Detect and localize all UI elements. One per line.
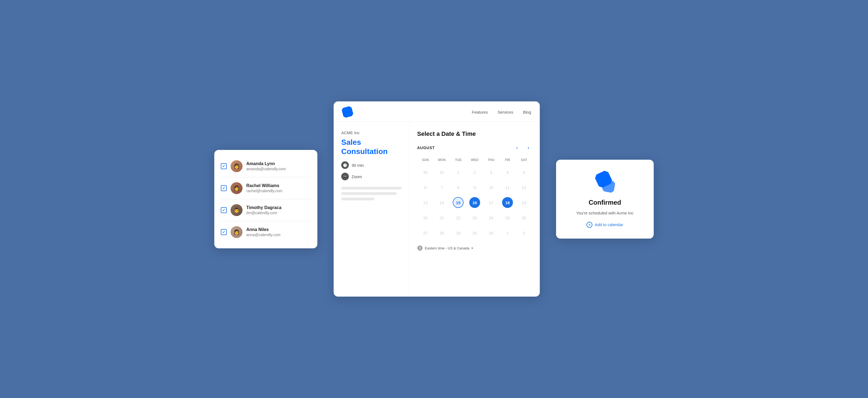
next-month-button[interactable]: › (525, 144, 532, 152)
nav-blog[interactable]: Blog (523, 110, 531, 114)
timezone-text: Eastern time - US & Canada (425, 246, 469, 250)
contact-info-anna: Anna Niles anna@calendly.com (246, 227, 311, 237)
cal-day-1-next: 1 (502, 228, 513, 238)
calendar-grid: SUN MON TUE WED THU FRI SAT 30 31 1 2 3 … (417, 157, 532, 240)
cal-day-31-prev: 31 (436, 167, 447, 177)
avatar-timothy: 👨 (230, 204, 243, 216)
cal-day-27: 27 (420, 228, 431, 238)
avatar-rachel: 👩 (230, 182, 243, 194)
logo-shape (341, 106, 354, 119)
cal-day-20: 20 (420, 212, 431, 223)
cal-day-28: 28 (436, 228, 447, 238)
day-header-wed: WED (467, 157, 483, 163)
calendar-week-3: 13 14 15 16 17 18 19 (417, 196, 532, 209)
avatar-amanda: 👩 (230, 160, 243, 172)
calendar-week-4: 20 21 22 23 24 25 26 (417, 211, 532, 225)
confirmed-panel: Confirmed You're scheduled with Acme Inc… (556, 160, 654, 239)
duration-text: 30 min (351, 163, 364, 168)
cal-day-23: 23 (469, 212, 480, 223)
day-header-sun: SUN (417, 157, 434, 163)
cal-day-26: 26 (519, 212, 529, 223)
contact-name-rachel: Rachel Williams (246, 183, 311, 188)
nav-arrows: ‹ › (513, 144, 532, 152)
timezone-row[interactable]: Eastern time - US & Canada ▾ (417, 245, 532, 251)
cal-day-2: 2 (469, 167, 480, 177)
contact-email-rachel: rachel@calendly.com (246, 189, 311, 193)
avatar-anna: 👩 (230, 226, 243, 238)
cal-day-11: 11 (502, 182, 513, 193)
booking-left: ACME Inc Sales Consultation 🕐 30 min 📷 Z… (334, 122, 410, 297)
contact-item-amanda: 👩 Amanda Lynn amanda@calendly.com (221, 155, 311, 177)
day-header-sat: SAT (516, 157, 532, 163)
contact-name-timothy: Timothy Dagraca (246, 205, 311, 210)
cal-day-1: 1 (453, 167, 464, 177)
zoom-icon: 📷 (341, 173, 349, 180)
contact-info-rachel: Rachel Williams rachel@calendly.com (246, 183, 311, 193)
checkbox-timothy[interactable] (221, 207, 227, 213)
contact-name-anna: Anna Niles (246, 227, 311, 232)
cal-day-16[interactable]: 16 (469, 197, 480, 208)
nav-services[interactable]: Services (497, 110, 513, 114)
confirmed-logo (594, 170, 616, 192)
booking-panel: Features Services Blog ACME Inc Sales Co… (334, 101, 540, 297)
event-title: Sales Consultation (341, 138, 402, 156)
nav-links: Features Services Blog (472, 110, 531, 114)
platform-text: Zoom (351, 174, 362, 179)
cal-day-18[interactable]: 18 (502, 197, 513, 208)
cal-day-6: 6 (420, 182, 431, 193)
contact-item-rachel: 👩 Rachel Williams rachel@calendly.com (221, 177, 311, 199)
contact-panel: 👩 Amanda Lynn amanda@calendly.com 👩 Rach… (214, 150, 317, 248)
day-header-tue: TUE (450, 157, 467, 163)
cal-day-24: 24 (486, 212, 497, 223)
cal-day-5: 5 (519, 167, 529, 177)
day-header-mon: MON (434, 157, 450, 163)
globe-icon (417, 245, 423, 251)
cal-day-8: 8 (453, 182, 464, 193)
day-header-fri: FRI (499, 157, 516, 163)
contact-item-timothy: 👨 Timothy Dagraca tim@calendly.com (221, 199, 311, 221)
checkbox-anna[interactable] (221, 229, 227, 235)
calendar-header-row: SUN MON TUE WED THU FRI SAT (417, 157, 532, 163)
day-header-thu: THU (483, 157, 499, 163)
duration-detail: 🕐 30 min (341, 161, 402, 169)
add-to-calendar-button[interactable]: + Add to calendar (586, 222, 623, 228)
cal-day-25: 25 (502, 212, 513, 223)
cal-day-13: 13 (420, 197, 431, 208)
contact-email-timothy: tim@calendly.com (246, 211, 311, 215)
booking-header: Features Services Blog (334, 101, 540, 122)
nav-features[interactable]: Features (472, 110, 488, 114)
checkbox-rachel[interactable] (221, 185, 227, 191)
calendar-week-2: 6 7 8 9 10 11 12 (417, 180, 532, 194)
skeleton-line-1 (341, 187, 402, 190)
calendar-week-1: 30 31 1 2 3 4 5 (417, 165, 532, 179)
timezone-dropdown-arrow: ▾ (471, 246, 473, 250)
cal-day-12: 12 (519, 182, 529, 193)
cal-day-15[interactable]: 15 (453, 197, 464, 208)
contact-email-amanda: amanda@calendly.com (246, 167, 311, 171)
contact-info-timothy: Timothy Dagraca tim@calendly.com (246, 205, 311, 215)
cal-day-9: 9 (469, 182, 480, 193)
company-name: ACME Inc (341, 130, 402, 135)
prev-month-button[interactable]: ‹ (513, 144, 521, 152)
cal-day-4: 4 (502, 167, 513, 177)
booking-body: ACME Inc Sales Consultation 🕐 30 min 📷 Z… (334, 122, 540, 297)
cal-day-7: 7 (436, 182, 447, 193)
contact-item-anna: 👩 Anna Niles anna@calendly.com (221, 221, 311, 243)
cal-day-2-next: 2 (519, 228, 529, 238)
cal-day-14: 14 (436, 197, 447, 208)
confirmed-subtitle: You're scheduled with Acme Inc (577, 211, 633, 215)
contact-info-amanda: Amanda Lynn amanda@calendly.com (246, 161, 311, 171)
contact-name-amanda: Amanda Lynn (246, 161, 311, 166)
calendar-week-5: 27 28 29 30 30 1 2 (417, 226, 532, 240)
skeleton-line-2 (341, 192, 397, 195)
cal-day-3: 3 (486, 167, 497, 177)
cal-day-29: 29 (453, 228, 464, 238)
add-to-calendar-icon: + (586, 222, 592, 228)
checkbox-amanda[interactable] (221, 163, 227, 169)
confirmed-title: Confirmed (589, 199, 621, 206)
cal-day-30b: 30 (486, 228, 497, 238)
cal-day-30-prev: 30 (420, 167, 431, 177)
calendar-title: Select a Date & Time (417, 130, 532, 137)
skeleton-line-3 (341, 198, 375, 200)
contact-email-anna: anna@calendly.com (246, 233, 311, 237)
